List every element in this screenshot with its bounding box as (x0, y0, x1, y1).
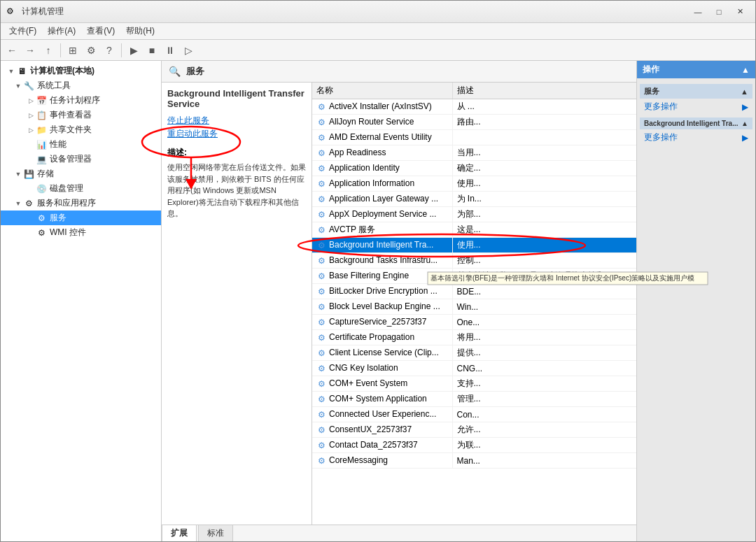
root-expander: ▼ (6, 68, 16, 75)
titlebar: ⚙ 计算机管理 — □ ✕ (1, 1, 755, 23)
restart-service-link[interactable]: 重启动此服务 (167, 128, 306, 140)
service-name-cell: ⚙Base Filtering Engine (312, 269, 452, 284)
search-icon: 🔍 (169, 66, 181, 77)
menu-action[interactable]: 操作(A) (42, 24, 81, 38)
tab-expand[interactable]: 扩展 (162, 525, 197, 541)
forward-button[interactable]: → (22, 43, 38, 58)
event-icon: 📋 (36, 110, 47, 121)
table-row[interactable]: ⚙ActiveX Installer (AxInstSV) 从 ... 手动 本… (312, 99, 636, 115)
minimize-button[interactable]: — (688, 5, 708, 19)
toolbar-separator2 (121, 43, 122, 57)
tree-root[interactable]: ▼ 🖥 计算机管理(本地) (1, 64, 161, 78)
menu-view[interactable]: 查看(V) (81, 24, 120, 38)
maximize-button[interactable]: □ (709, 5, 729, 19)
sidebar-item-systemtools[interactable]: ▼ 🔧 系统工具 (1, 78, 161, 93)
menu-help[interactable]: 帮助(H) (120, 24, 160, 38)
service-desc-cell (452, 130, 636, 145)
table-row[interactable]: ⚙AVCTP 服务 这是... 正在... 手动(触发... 本... (312, 222, 636, 238)
close-button[interactable]: ✕ (730, 5, 750, 19)
service-icon: ⚙ (316, 102, 326, 112)
table-row[interactable]: ⚙Contact Data_22573f37 为联... 正在... 手动 本.… (312, 438, 636, 453)
service-icon: ⚙ (316, 287, 326, 297)
right-panel: 操作 ▲ 服务 ▲ 更多操作 ▶ Background Intelligent … (636, 61, 755, 541)
right-panel-more-actions[interactable]: 更多操作 ▶ (640, 99, 752, 115)
perf-icon: 📊 (36, 139, 47, 150)
table-row[interactable]: ⚙Base Filtering Engine 基本筛选引擎(BFE)是一种管理防… (312, 269, 636, 284)
sidebar-item-devicemgr[interactable]: 💻 设备管理器 (1, 152, 161, 166)
up-button[interactable]: ↑ (40, 43, 57, 58)
table-row[interactable]: ⚙Background Tasks Infrastru... 控制... 正在.… (312, 253, 636, 269)
service-icon: ⚙ (316, 364, 326, 373)
table-row[interactable]: ⚙COM+ Event System 支持... 正在... 手动 本... (312, 376, 636, 392)
table-row[interactable]: ⚙Client License Service (Clip... 提供... 手… (312, 345, 636, 361)
app-icon: ⚙ (6, 6, 18, 17)
stop-button[interactable]: ■ (144, 43, 160, 58)
task-icon: 📅 (36, 95, 47, 106)
sidebar-item-diskmgmt[interactable]: 💿 磁盘管理 (1, 181, 161, 196)
table-row[interactable]: ⚙Application Identity 确定... 手动(触发... 本..… (312, 161, 636, 176)
table-row[interactable]: ⚙Connected User Experienc... Con... 正在..… (312, 407, 636, 422)
service-desc-cell: 为 In... (452, 192, 636, 207)
description-pane: Background Intelligent Transfer Service … (162, 83, 312, 525)
table-row[interactable]: ⚙CNG Key Isolation CNG... 正在... 手动(触发...… (312, 361, 636, 376)
properties-button[interactable]: ⚙ (83, 43, 99, 58)
table-row[interactable]: ⚙AMD External Events Utility 正在... 自动 本.… (312, 130, 636, 145)
menu-file[interactable]: 文件(F) (4, 24, 42, 38)
play-button[interactable]: ▶ (125, 43, 142, 58)
col-desc[interactable]: 描述 (452, 83, 636, 99)
service-icon: ⚙ (316, 179, 326, 189)
service-desc-cell: 为部... (452, 207, 636, 222)
table-row[interactable]: ⚙CoreMessaging Man... 正在... 自动 本... (312, 453, 636, 469)
sidebar-item-taskscheduler[interactable]: ▷ 📅 任务计划程序 (1, 93, 161, 108)
table-row[interactable]: ⚙AppX Deployment Service ... 为部... 手动 本.… (312, 207, 636, 222)
table-row[interactable]: ⚙Background Intelligent Tra... 使用... 正在.… (312, 238, 636, 253)
storage-expander: ▼ (13, 171, 23, 178)
service-desc-cell: One... (452, 315, 636, 330)
svcapp-expander: ▼ (13, 200, 23, 207)
table-row[interactable]: ⚙CaptureService_22573f37 One... 手动 本... (312, 315, 636, 330)
table-row[interactable]: ⚙BitLocker Drive Encryption ... BDE... 手… (312, 284, 636, 299)
sidebar-item-eventviewer[interactable]: ▷ 📋 事件查看器 (1, 108, 161, 122)
table-row[interactable]: ⚙AllJoyn Router Service 路由... 手动(触发... 本… (312, 115, 636, 130)
table-row[interactable]: ⚙Application Information 使用... 正在... 手动(… (312, 176, 636, 192)
service-icon: ⚙ (316, 379, 326, 389)
service-name-cell: ⚙Background Intelligent Tra... (312, 238, 452, 253)
sidebar-item-storage[interactable]: ▼ 💾 存储 (1, 166, 161, 181)
svcapp-icon: ⚙ (23, 198, 34, 209)
bottom-tabs: 扩展 标准 (162, 525, 636, 541)
table-row[interactable]: ⚙Certificate Propagation 将用... 手动(触发... … (312, 330, 636, 345)
service-desc-cell: 为联... (452, 438, 636, 453)
table-row[interactable]: ⚙App Readiness 当用... 手动 本... (312, 145, 636, 161)
show-hide-button[interactable]: ⊞ (64, 43, 81, 58)
resume-button[interactable]: ▷ (180, 43, 197, 58)
tab-standard[interactable]: 标准 (198, 525, 233, 541)
expand-icon: ▲ (741, 65, 750, 75)
service-desc-cell: Con... (452, 407, 636, 422)
right-panel-more-actions2[interactable]: 更多操作 ▶ (640, 129, 752, 145)
share-expander: ▷ (26, 127, 36, 134)
pause-button[interactable]: ⏸ (162, 43, 178, 58)
service-icon: ⚙ (316, 117, 326, 127)
service-desc-cell: 允许... (452, 422, 636, 438)
stop-service-link[interactable]: 停止此服务 (167, 115, 306, 127)
arrow-right-icon2: ▶ (742, 133, 748, 143)
svc-icon: ⚙ (36, 213, 47, 224)
sidebar-item-wmi[interactable]: ⚙ WMI 控件 (1, 225, 161, 240)
help-button[interactable]: ? (101, 43, 118, 58)
sidebar-item-sharedfolder[interactable]: ▷ 📁 共享文件夹 (1, 122, 161, 137)
service-name-cell: ⚙Client License Service (Clip... (312, 345, 452, 361)
sidebar-item-performance[interactable]: 📊 性能 (1, 137, 161, 152)
service-icon: ⚙ (316, 194, 326, 204)
sidebar-item-servicesapps[interactable]: ▼ ⚙ 服务和应用程序 (1, 196, 161, 211)
table-row[interactable]: ⚙Block Level Backup Engine ... Win... 手动… (312, 299, 636, 315)
event-label: 事件查看器 (50, 109, 92, 121)
col-name[interactable]: 名称 (312, 83, 452, 99)
back-button[interactable]: ← (4, 43, 20, 58)
table-row[interactable]: ⚙COM+ System Application 管理... 手动 本... (312, 392, 636, 407)
sidebar-item-services[interactable]: ⚙ 服务 (1, 211, 161, 225)
table-row[interactable]: ⚙ConsentUX_22573f37 允许... 手动 本... (312, 422, 636, 438)
table-row[interactable]: ⚙Application Layer Gateway ... 为 In... 手… (312, 192, 636, 207)
sidebar: ▼ 🖥 计算机管理(本地) ▼ 🔧 系统工具 ▷ 📅 任务计划程序 ▷ 📋 事件… (1, 61, 162, 541)
service-desc-cell: 控制... (452, 253, 636, 269)
services-table: 名称 描述 状态 启动类型 登录为 ⚙ActiveX Installer (Ax… (312, 83, 636, 469)
